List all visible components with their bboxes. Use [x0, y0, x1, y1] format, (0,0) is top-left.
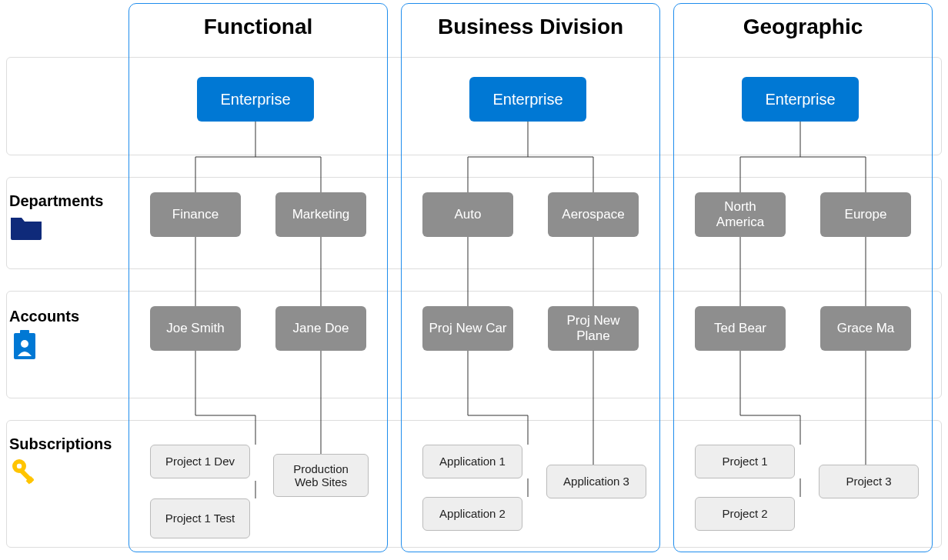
- account-node: Proj New Plane: [548, 306, 639, 351]
- svg-point-2: [21, 340, 28, 348]
- account-node: Joe Smith: [150, 306, 241, 351]
- account-node: Proj New Car: [422, 306, 513, 351]
- subscriptions-label: Subscriptions: [9, 435, 112, 453]
- departments-label: Departments: [9, 192, 103, 210]
- folder-icon: [9, 213, 43, 241]
- enterprise-node-geographic: Enterprise: [742, 77, 859, 122]
- department-node: North America: [695, 192, 786, 237]
- enterprise-node-business: Enterprise: [469, 77, 586, 122]
- badge-person-icon: [9, 328, 40, 362]
- row-label-subscriptions: Subscriptions: [9, 435, 112, 488]
- account-node: Jane Doe: [275, 306, 366, 351]
- subscription-node: Project 1 Test: [150, 498, 250, 538]
- row-label-departments: Departments: [9, 192, 103, 241]
- subscription-node: Application 3: [546, 465, 646, 498]
- subscription-node: Application 1: [422, 445, 522, 478]
- subscription-node: Project 3: [819, 465, 919, 498]
- key-icon: [9, 456, 42, 488]
- accounts-label: Accounts: [9, 308, 79, 325]
- department-node: Aerospace: [548, 192, 639, 237]
- column-title-geographic: Geographic: [674, 4, 932, 39]
- subscription-node: Project 1: [695, 445, 795, 478]
- account-node: Grace Ma: [820, 306, 911, 351]
- account-node: Ted Bear: [695, 306, 786, 351]
- department-node: Marketing: [275, 192, 366, 237]
- column-title-business: Business Division: [402, 4, 659, 39]
- row-label-accounts: Accounts: [9, 308, 79, 362]
- department-node: Auto: [422, 192, 513, 237]
- svg-point-4: [17, 464, 22, 468]
- svg-rect-1: [20, 330, 29, 336]
- column-title-functional: Functional: [129, 4, 387, 39]
- department-node: Finance: [150, 192, 241, 237]
- enterprise-node-functional: Enterprise: [197, 77, 314, 122]
- subscription-node: Application 2: [422, 497, 522, 531]
- subscription-node: Project 2: [695, 497, 795, 531]
- subscription-node: Production Web Sites: [273, 454, 369, 497]
- department-node: Europe: [820, 192, 911, 237]
- subscription-node: Project 1 Dev: [150, 445, 250, 478]
